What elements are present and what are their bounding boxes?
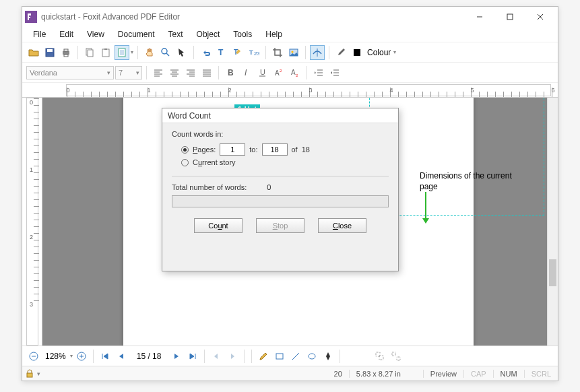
pages-label: Pages:	[193, 145, 216, 154]
fit-page-icon[interactable]	[115, 45, 129, 60]
eyedropper-icon[interactable]	[333, 45, 348, 60]
horizontal-ruler: 0123456	[22, 82, 558, 97]
underline-icon[interactable]: U	[255, 65, 270, 80]
svg-point-62	[309, 354, 315, 359]
crop-icon[interactable]	[270, 45, 285, 60]
stop-button[interactable]: Stop	[256, 218, 304, 233]
undo-icon[interactable]	[198, 45, 213, 60]
menu-object[interactable]: Object	[190, 28, 227, 40]
svg-line-16	[166, 53, 169, 56]
svg-text:T: T	[249, 49, 253, 56]
forward-icon[interactable]	[225, 349, 240, 364]
status-bar: ▾ 20 5.83 x 8.27 in Preview CAP NUM SCRL	[22, 366, 558, 381]
svg-rect-14	[120, 50, 124, 55]
total-words-value: 0	[267, 183, 271, 191]
menu-file[interactable]: File	[26, 28, 53, 40]
close-button[interactable]	[525, 7, 555, 27]
zoom-icon[interactable]	[158, 45, 173, 60]
status-page: 20	[327, 370, 350, 378]
svg-rect-10	[88, 50, 93, 57]
align-left-icon[interactable]	[151, 65, 166, 80]
pencil-tool-icon[interactable]	[256, 349, 271, 364]
menu-tools[interactable]: Tools	[226, 28, 259, 40]
hand-icon[interactable]	[142, 45, 157, 60]
last-page-icon[interactable]	[185, 349, 200, 364]
group-icon[interactable]	[373, 349, 387, 364]
open-icon[interactable]	[26, 45, 41, 60]
pages-radio[interactable]	[181, 146, 189, 154]
paste-icon[interactable]	[98, 45, 113, 60]
menu-text[interactable]: Text	[162, 28, 190, 40]
svg-rect-5	[47, 49, 53, 52]
pen-tool-icon[interactable]	[321, 349, 335, 364]
total-words-label: Total number of words:	[172, 183, 247, 191]
align-right-icon[interactable]	[183, 65, 198, 80]
indent-left-icon[interactable]	[311, 65, 326, 80]
svg-point-15	[162, 48, 167, 54]
ellipse-tool-icon[interactable]	[304, 349, 319, 364]
italic-icon[interactable]: I	[239, 65, 254, 80]
vertical-ruler: 0123	[22, 98, 42, 346]
svg-rect-65	[392, 352, 395, 356]
dialog-title: Word Count	[162, 108, 398, 123]
print-icon[interactable]	[59, 45, 73, 60]
pointer-icon[interactable]	[174, 45, 189, 60]
page-to-input[interactable]	[262, 143, 288, 156]
svg-text:2: 2	[296, 73, 298, 77]
minimize-button[interactable]	[464, 7, 494, 27]
svg-rect-11	[102, 49, 109, 57]
to-label: to:	[249, 145, 257, 154]
menu-help[interactable]: Help	[259, 28, 289, 40]
svg-rect-8	[64, 55, 68, 57]
back-icon[interactable]	[209, 349, 224, 364]
status-scrl: SCRL	[525, 370, 558, 378]
menu-view[interactable]: View	[80, 28, 111, 40]
ungroup-icon[interactable]	[389, 349, 404, 364]
superscript-icon[interactable]: A2	[271, 65, 286, 80]
rect-tool-icon[interactable]	[272, 349, 287, 364]
fontsize-selector[interactable]: 7	[115, 66, 142, 79]
page-from-input[interactable]	[220, 143, 245, 156]
next-page-icon[interactable]	[169, 349, 184, 364]
svg-text:23: 23	[254, 51, 259, 57]
zoom-dropdown[interactable]: ▾	[70, 353, 73, 359]
svg-rect-60	[276, 354, 283, 359]
svg-point-22	[292, 51, 294, 53]
zoom-in-icon[interactable]	[74, 349, 89, 364]
zoom-out-icon[interactable]	[26, 349, 41, 364]
svg-text:B: B	[228, 68, 234, 77]
vertical-scrollbar[interactable]	[547, 98, 558, 346]
menu-edit[interactable]: Edit	[53, 28, 80, 40]
subscript-icon[interactable]: A2	[288, 65, 302, 80]
count-button[interactable]: Count	[194, 218, 243, 233]
first-page-icon[interactable]	[98, 349, 112, 364]
align-center-icon[interactable]	[167, 65, 182, 80]
ruler-icon[interactable]	[310, 45, 325, 60]
font-selector[interactable]: Verdana	[26, 66, 114, 79]
current-story-label: Current story	[193, 158, 236, 166]
text-tool-icon[interactable]: T	[214, 45, 229, 60]
menu-document[interactable]: Document	[111, 28, 162, 40]
navigation-toolbar: 128% ▾ 15 / 18	[22, 346, 558, 366]
current-story-radio[interactable]	[181, 159, 189, 166]
maximize-button[interactable]	[494, 7, 525, 27]
copy-icon[interactable]	[82, 45, 97, 60]
colour-swatch-icon[interactable]	[350, 45, 364, 60]
bold-icon[interactable]: B	[223, 65, 238, 80]
svg-rect-67	[27, 373, 32, 377]
line-tool-icon[interactable]	[288, 349, 303, 364]
save-icon[interactable]	[42, 45, 57, 60]
image-icon[interactable]	[286, 45, 301, 60]
indent-right-icon[interactable]	[327, 65, 342, 80]
svg-rect-7	[64, 49, 68, 51]
titlebar: quickstart - Foxit Advanced PDF Editor	[22, 7, 558, 27]
align-justify-icon[interactable]	[199, 65, 214, 80]
text-edit-icon[interactable]: T	[230, 45, 245, 60]
prev-page-icon[interactable]	[114, 349, 129, 364]
close-dialog-button[interactable]: Close	[318, 218, 366, 233]
progress-bar	[172, 195, 389, 207]
svg-text:A: A	[275, 69, 280, 77]
page-indicator: 15 / 18	[137, 352, 162, 361]
status-cap: CAP	[464, 370, 494, 378]
text-number-icon[interactable]: T23	[247, 45, 261, 60]
